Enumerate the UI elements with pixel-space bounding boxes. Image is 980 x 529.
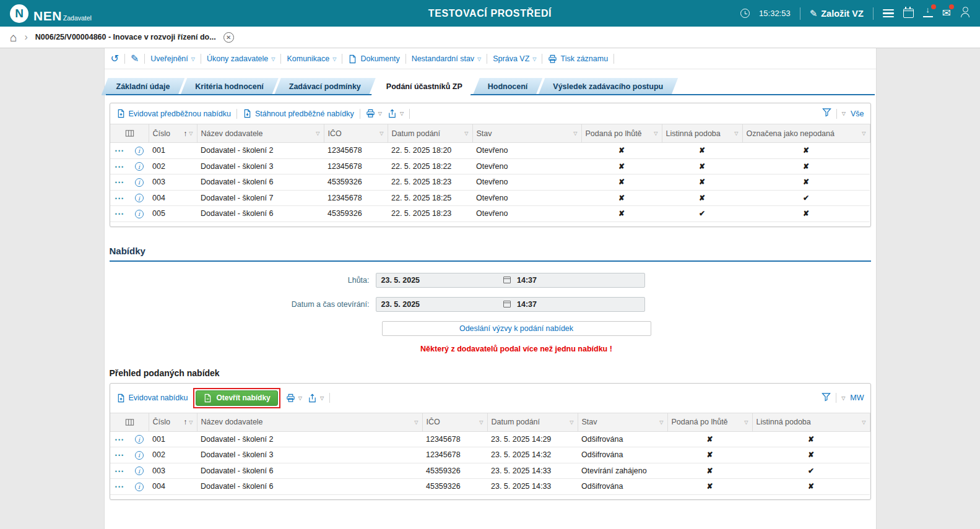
filter-caret-icon[interactable]: ▽ [414, 419, 418, 425]
download-icon[interactable]: ↓ [923, 7, 933, 20]
table-row[interactable]: ••• i 002 Dodavatel - školení 3 12345678… [110, 158, 870, 174]
row-info-icon[interactable]: i [135, 210, 144, 218]
print-button[interactable]: ▽ [286, 394, 302, 403]
lhuta-date-value[interactable]: 23. 5. 2025 [381, 276, 504, 285]
calendar-picker-icon[interactable] [503, 301, 511, 308]
history-icon[interactable]: ↺ [111, 54, 119, 64]
filter-caret-icon[interactable]: ▽ [570, 419, 573, 425]
row-menu-icon[interactable]: ••• [115, 437, 124, 443]
row-menu-icon[interactable]: ••• [115, 196, 124, 202]
row-info-icon[interactable]: i [135, 467, 144, 475]
sort-asc-icon[interactable]: ↑ [183, 418, 187, 426]
row-menu-icon[interactable]: ••• [115, 452, 124, 458]
caret-down-icon[interactable]: ▽ [378, 111, 382, 116]
filter-caret-icon[interactable]: ▽ [479, 419, 483, 425]
caret-down-icon[interactable]: ▽ [400, 111, 404, 116]
tab[interactable]: Kritéria hodnocení [180, 78, 278, 95]
table-row[interactable]: ••• i 005 Dodavatel - školení 6 45359326… [110, 206, 870, 222]
tab[interactable]: Podání účastníků ZP [371, 78, 477, 95]
row-menu-icon[interactable]: ••• [115, 211, 124, 217]
column-settings-icon[interactable] [115, 129, 145, 138]
filter-caret-icon[interactable]: ▽ [464, 131, 468, 136]
oteviranni-datetime-field[interactable]: 23. 5. 2025 14:37 [376, 297, 645, 312]
column-header[interactable]: Číslo ↑ ▽ [149, 124, 197, 143]
row-menu-icon[interactable]: ••• [115, 484, 124, 490]
row-info-icon[interactable]: i [135, 162, 144, 171]
table-row[interactable]: ••• i 004 Dodavatel - školení 7 12345678… [110, 190, 870, 206]
action-ukony-zadavatele[interactable]: Úkony zadavatele▽ [207, 54, 275, 63]
filter-caret-icon[interactable]: ▽ [189, 131, 193, 136]
table-row[interactable]: ••• i 003 Dodavatel - školení 6 45359326… [110, 463, 870, 479]
row-menu-icon[interactable]: ••• [115, 179, 124, 186]
view-selector[interactable]: Vše [851, 110, 864, 118]
column-header[interactable]: Stav ↑ ▽ [578, 413, 667, 431]
row-info-icon[interactable]: i [135, 147, 144, 155]
column-header[interactable]: IČO ↑ ▽ [324, 124, 388, 143]
export-button[interactable]: ▽ [388, 109, 404, 118]
tab[interactable]: Zadávací podmínky [274, 78, 376, 95]
view-caret-icon[interactable]: ▽ [841, 395, 845, 401]
column-header[interactable]: Podaná po lhůtě ↑ ▽ [667, 413, 752, 431]
filter-caret-icon[interactable]: ▽ [654, 131, 657, 136]
oteviranni-date-value[interactable]: 23. 5. 2025 [381, 300, 504, 309]
action-sprava-vz[interactable]: Správa VZ▽ [493, 54, 536, 63]
column-header[interactable]: Číslo ↑ ▽ [149, 413, 197, 431]
mail-icon[interactable]: ✉ [942, 7, 951, 20]
otevrit-nabidky-button[interactable]: Otevřít nabídky [196, 390, 277, 406]
evidovat-predbeznou-nabidku-button[interactable]: Evidovat předběžnou nabídku [116, 109, 231, 118]
filter-caret-icon[interactable]: ▽ [316, 131, 319, 136]
column-settings-icon[interactable] [115, 418, 145, 427]
calendar-icon[interactable] [903, 7, 914, 20]
filter-icon[interactable] [822, 108, 831, 119]
column-header[interactable]: Stav ↑ ▽ [472, 124, 581, 143]
row-info-icon[interactable]: i [135, 451, 144, 460]
filter-icon[interactable] [822, 392, 831, 404]
filter-caret-icon[interactable]: ▽ [862, 131, 865, 136]
column-header[interactable]: Podaná po lhůtě ↑ ▽ [581, 124, 662, 143]
column-header[interactable]: IČO ↑ ▽ [422, 413, 487, 431]
filter-caret-icon[interactable]: ▽ [862, 419, 865, 425]
filter-caret-icon[interactable]: ▽ [744, 419, 748, 425]
table-row[interactable]: ••• i 001 Dodavatel - školení 2 12345678… [110, 143, 870, 159]
view-caret-icon[interactable]: ▽ [842, 111, 846, 116]
row-menu-icon[interactable]: ••• [115, 468, 124, 475]
column-header[interactable]: Název dodavatele ↑ ▽ [197, 413, 422, 431]
table-row[interactable]: ••• i 004 Dodavatel - školení 6 45359326… [110, 479, 870, 495]
filter-caret-icon[interactable]: ▽ [734, 131, 738, 136]
sort-asc-icon[interactable]: ↑ [183, 129, 187, 138]
tab[interactable]: Výsledek zadávacího postupu [538, 78, 678, 95]
print-button[interactable]: ▽ [366, 109, 382, 118]
home-icon[interactable]: ⌂ [10, 32, 17, 43]
edit-icon[interactable]: ✎ [131, 54, 139, 64]
row-info-icon[interactable]: i [135, 435, 144, 444]
action-dokumenty[interactable]: Dokumenty [348, 54, 399, 64]
action-nestandardni-stav[interactable]: Nestandardní stav▽ [412, 54, 482, 63]
tab[interactable]: Hodnocení [473, 78, 543, 95]
lhuta-time-value[interactable]: 14:37 [511, 276, 640, 285]
filter-caret-icon[interactable]: ▽ [379, 131, 383, 136]
odeslani-vyzvy-button[interactable]: Odeslání výzvy k podání nabídek [382, 321, 651, 336]
action-uverejneni[interactable]: Uveřejnění▽ [150, 54, 195, 63]
column-header[interactable]: Název dodavatele ↑ ▽ [197, 124, 324, 143]
filter-caret-icon[interactable]: ▽ [659, 419, 663, 425]
filter-caret-icon[interactable]: ▽ [189, 419, 193, 425]
breadcrumb-item[interactable]: N006/25/V00004860 - Inovace v rozvoji ří… [35, 33, 216, 41]
column-header[interactable]: Označena jako nepodaná ↑ ▽ [742, 124, 870, 143]
row-info-icon[interactable]: i [135, 194, 144, 202]
export-button[interactable]: ▽ [308, 394, 324, 403]
action-tisk-zaznamu[interactable]: Tisk záznamu [548, 54, 608, 64]
calendar-picker-icon[interactable] [503, 277, 511, 283]
user-icon[interactable] [960, 7, 970, 20]
evidovat-nabidku-button[interactable]: Evidovat nabídku [116, 394, 188, 403]
row-menu-icon[interactable]: ••• [115, 164, 124, 170]
stahnout-predbezne-nabidky-button[interactable]: Stáhnout předběžné nabídky [243, 109, 354, 118]
oteviranni-time-value[interactable]: 14:37 [511, 300, 640, 309]
column-header[interactable]: Listinná podoba ↑ ▽ [752, 413, 870, 431]
column-header[interactable]: Datum podání ↑ ▽ [487, 413, 578, 431]
caret-down-icon[interactable]: ▽ [298, 395, 302, 401]
row-info-icon[interactable]: i [135, 178, 144, 187]
row-info-icon[interactable]: i [135, 483, 144, 491]
create-vz-button[interactable]: ✎ Založit VZ [810, 8, 864, 19]
close-breadcrumb-icon[interactable]: ✕ [223, 32, 234, 43]
lhuta-datetime-field[interactable]: 23. 5. 2025 14:37 [376, 273, 645, 288]
